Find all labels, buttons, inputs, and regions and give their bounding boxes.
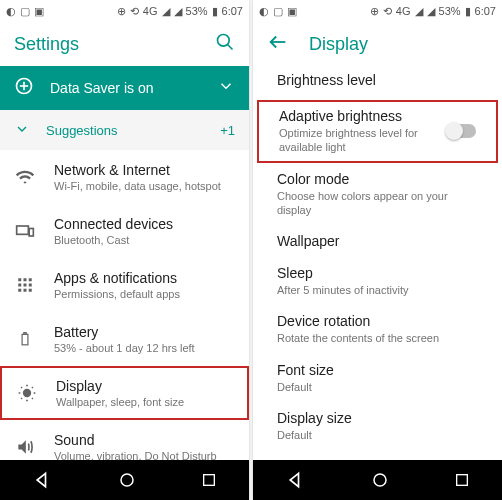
row-sub: Wi-Fi, mobile, data usage, hotspot xyxy=(54,180,235,192)
row-device-rotation[interactable]: Device rotation Rotate the contents of t… xyxy=(253,307,502,355)
banner-text: Data Saver is on xyxy=(50,80,201,96)
whatsapp-icon: ◐ xyxy=(259,5,269,18)
svg-point-23 xyxy=(121,474,133,486)
svg-rect-7 xyxy=(18,278,21,281)
app-bar: Display xyxy=(253,22,502,66)
row-sound[interactable]: SoundVolume, vibration, Do Not Disturb xyxy=(0,420,249,460)
battery-icon: ▮ xyxy=(465,5,471,18)
svg-rect-15 xyxy=(29,289,32,292)
row-color-mode[interactable]: Color mode Choose how colors appear on y… xyxy=(253,165,502,228)
battery-icon xyxy=(14,329,36,349)
settings-list: Network & InternetWi-Fi, mobile, data us… xyxy=(0,150,249,460)
row-title: Brightness level xyxy=(277,72,478,88)
back-button[interactable] xyxy=(33,470,53,490)
row-display-size[interactable]: Display size Default xyxy=(253,404,502,452)
svg-point-0 xyxy=(218,35,230,47)
signal-icon-2: ◢ xyxy=(427,5,435,18)
row-sub: Optimize brightness level for available … xyxy=(279,126,436,155)
row-screen-saver[interactable]: Screen saver xyxy=(253,452,502,460)
svg-rect-9 xyxy=(29,278,32,281)
row-sub: 53% - about 1 day 12 hrs left xyxy=(54,342,235,354)
svg-rect-6 xyxy=(29,229,33,237)
row-font-size[interactable]: Font size Default xyxy=(253,356,502,404)
svg-rect-17 xyxy=(24,333,26,335)
recents-button[interactable] xyxy=(454,472,470,488)
row-title: Sleep xyxy=(277,265,478,281)
suggestions-row[interactable]: Suggestions +1 xyxy=(0,110,249,150)
battery-pct: 53% xyxy=(186,5,208,17)
chevron-down-icon xyxy=(217,77,235,99)
row-sub: Rotate the contents of the screen xyxy=(277,331,478,345)
svg-point-27 xyxy=(374,474,386,486)
svg-rect-5 xyxy=(17,226,29,234)
home-button[interactable] xyxy=(371,471,389,489)
svg-rect-13 xyxy=(18,289,21,292)
data-saver-banner-icon xyxy=(14,76,34,100)
row-sub: Permissions, default apps xyxy=(54,288,235,300)
row-battery[interactable]: Battery53% - about 1 day 12 hrs left xyxy=(0,312,249,366)
row-title: Sound xyxy=(54,432,235,448)
row-title: Display xyxy=(56,378,233,394)
row-brightness-level[interactable]: Brightness level xyxy=(253,66,502,98)
adaptive-brightness-toggle[interactable] xyxy=(446,124,476,138)
app-bar: Settings xyxy=(0,22,249,66)
data-saver-icon: ⊕ xyxy=(370,5,379,18)
display-list: Brightness level Adaptive brightness Opt… xyxy=(253,66,502,460)
row-network[interactable]: Network & InternetWi-Fi, mobile, data us… xyxy=(0,150,249,204)
row-adaptive-brightness[interactable]: Adaptive brightness Optimize brightness … xyxy=(257,100,498,163)
svg-rect-12 xyxy=(29,284,32,287)
nav-bar xyxy=(253,460,502,500)
screenshot-icon: ▣ xyxy=(287,5,297,18)
row-title: Apps & notifications xyxy=(54,270,235,286)
svg-line-1 xyxy=(228,45,233,50)
back-button[interactable] xyxy=(286,470,306,490)
signal-icon: ◢ xyxy=(415,5,423,18)
net-type: 4G xyxy=(396,5,411,17)
row-sub: Default xyxy=(277,428,478,442)
svg-rect-11 xyxy=(24,284,27,287)
home-button[interactable] xyxy=(118,471,136,489)
row-connected[interactable]: Connected devicesBluetooth, Cast xyxy=(0,204,249,258)
battery-pct: 53% xyxy=(439,5,461,17)
row-title: Color mode xyxy=(277,171,478,187)
row-sub: Volume, vibration, Do Not Disturb xyxy=(54,450,235,460)
phone-left: ◐ ▢ ▣ ⊕ ⟲ 4G ◢ ◢ 53% ▮ 6:07 Settings Dat… xyxy=(0,0,249,500)
svg-rect-16 xyxy=(22,334,28,345)
row-title: Battery xyxy=(54,324,235,340)
row-title: Font size xyxy=(277,362,478,378)
row-sleep[interactable]: Sleep After 5 minutes of inactivity xyxy=(253,259,502,307)
nav-bar xyxy=(0,460,249,500)
battery-icon: ▮ xyxy=(212,5,218,18)
row-display[interactable]: DisplayWallpaper, sleep, font size xyxy=(0,366,249,420)
signal-icon-2: ◢ xyxy=(174,5,182,18)
row-sub: Bluetooth, Cast xyxy=(54,234,235,246)
row-sub: Choose how colors appear on your display xyxy=(277,189,478,218)
row-apps[interactable]: Apps & notificationsPermissions, default… xyxy=(0,258,249,312)
svg-rect-10 xyxy=(18,284,21,287)
data-saver-banner[interactable]: Data Saver is on xyxy=(0,66,249,110)
row-sub: After 5 minutes of inactivity xyxy=(277,283,478,297)
row-sub: Default xyxy=(277,380,478,394)
clock: 6:07 xyxy=(475,5,496,17)
brightness-icon xyxy=(16,383,38,403)
row-wallpaper[interactable]: Wallpaper xyxy=(253,227,502,259)
suggestions-count: +1 xyxy=(220,123,235,138)
sync-icon: ⟲ xyxy=(383,5,392,18)
svg-rect-8 xyxy=(24,278,27,281)
notification-icon: ▢ xyxy=(20,5,30,18)
row-sub: Wallpaper, sleep, font size xyxy=(56,396,233,408)
clock: 6:07 xyxy=(222,5,243,17)
sound-icon xyxy=(14,437,36,457)
screenshot-icon: ▣ xyxy=(34,5,44,18)
status-bar: ◐ ▢ ▣ ⊕ ⟲ 4G ◢ ◢ 53% ▮ 6:07 xyxy=(253,0,502,22)
net-type: 4G xyxy=(143,5,158,17)
recents-button[interactable] xyxy=(201,472,217,488)
devices-icon xyxy=(14,221,36,241)
svg-rect-28 xyxy=(456,475,467,486)
status-bar: ◐ ▢ ▣ ⊕ ⟲ 4G ◢ ◢ 53% ▮ 6:07 xyxy=(0,0,249,22)
whatsapp-icon: ◐ xyxy=(6,5,16,18)
back-icon[interactable] xyxy=(267,31,289,57)
page-title: Settings xyxy=(14,34,195,55)
search-icon[interactable] xyxy=(215,32,235,56)
row-title: Connected devices xyxy=(54,216,235,232)
